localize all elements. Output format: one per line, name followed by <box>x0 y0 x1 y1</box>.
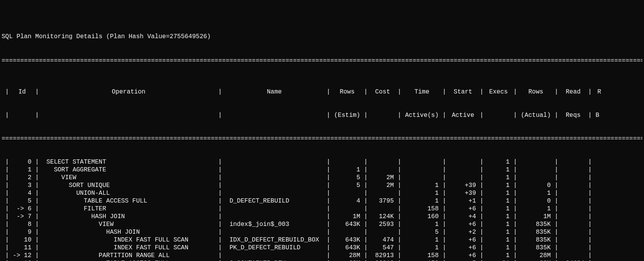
cell-read-reqs <box>562 236 584 244</box>
cell-name <box>226 174 323 182</box>
cell-name: C_CONTAINER_DEV <box>226 259 323 261</box>
cell-start-active <box>450 158 476 166</box>
cell-rows-estim: 643K <box>334 236 360 244</box>
cell-rows-actual: 835K <box>521 220 551 228</box>
cell-rows-estim: 28M <box>334 259 360 261</box>
cell-operation: TABLE ACCESS FULL <box>43 197 215 205</box>
cell-read-bytes <box>596 236 603 244</box>
cell-rows-actual: 28M <box>521 252 551 259</box>
col-read-reqs: Read <box>562 88 584 96</box>
cell-name: D_DEFECT_REBUILD <box>226 197 323 205</box>
cell-operation: INDEX FAST FULL SCAN <box>43 236 215 244</box>
cell-read-bytes <box>596 166 603 174</box>
cell-id: -> 12 <box>13 252 32 259</box>
cell-time-active: 1 <box>405 197 439 205</box>
cell-rows-actual <box>521 174 551 182</box>
cell-rows-estim <box>334 189 360 197</box>
cell-name <box>226 158 323 166</box>
cell-start-active: +6 <box>450 244 476 252</box>
cell-rows-estim: 643K <box>334 220 360 228</box>
table-row: |10| INDEX FAST FULL SCAN| IDX_D_DEFECT_… <box>2 236 642 244</box>
cell-cost: 82913 <box>372 259 394 261</box>
cell-name: IDX_D_DEFECT_REBUILD_BOX <box>226 236 323 244</box>
divider-top: ========================================… <box>2 57 642 65</box>
cell-rows-actual <box>521 158 551 166</box>
plan-rows: |0| SELECT STATEMENT||||||1||||1| SORT A… <box>2 158 642 261</box>
table-row: |1| SORT AGGREGATE||1||||1||| <box>2 166 642 174</box>
cell-name <box>226 189 323 197</box>
cell-rows-estim: 5 <box>334 174 360 182</box>
table-row: |-> 7| HASH JOIN||1M|124K|160|+4|1|1M|| <box>2 213 642 220</box>
cell-name <box>226 213 323 220</box>
cell-id: 8 <box>13 220 32 228</box>
cell-time-active: 1 <box>405 236 439 244</box>
cell-id: 11 <box>13 244 32 252</box>
cell-operation: PARTITION RANGE ALL <box>43 252 215 259</box>
cell-cost <box>372 189 394 197</box>
cell-name <box>226 252 323 259</box>
cell-operation: FILTER <box>43 205 215 213</box>
cell-read-bytes <box>596 244 603 252</box>
cell-cost: 2M <box>372 174 394 182</box>
cell-read-bytes <box>596 174 603 182</box>
table-row: |8| VIEW| index$_join$_003|643K|2593|1|+… <box>2 220 642 228</box>
header-row-2: ||||(Estim)||Active(s)|Active||(Actual)|… <box>2 111 642 119</box>
table-row: |-> 13| TABLE ACCESS FULL| C_CONTAINER_D… <box>2 259 642 261</box>
cell-read-reqs <box>562 182 584 189</box>
cell-read-reqs <box>562 205 584 213</box>
cell-read-bytes <box>596 189 603 197</box>
cell-id: 0 <box>13 158 32 166</box>
col-start-active: Start <box>450 88 476 96</box>
cell-rows-estim: 4 <box>334 197 360 205</box>
cell-read-reqs <box>562 189 584 197</box>
cell-execs: 1 <box>487 189 510 197</box>
cell-read-reqs <box>562 220 584 228</box>
cell-name <box>226 205 323 213</box>
cell-id: 4 <box>13 189 32 197</box>
cell-execs: 91 <box>487 259 510 261</box>
cell-rows-actual <box>521 166 551 174</box>
cell-execs: 1 <box>487 236 510 244</box>
cell-rows-estim: 28M <box>334 252 360 259</box>
cell-operation: VIEW <box>43 174 215 182</box>
cell-time-active <box>405 166 439 174</box>
cell-cost: 2593 <box>372 220 394 228</box>
cell-execs: 1 <box>487 158 510 166</box>
cell-time-active <box>405 158 439 166</box>
cell-start-active: +6 <box>450 252 476 259</box>
cell-start-active: +39 <box>450 182 476 189</box>
cell-start-active: +39 <box>450 189 476 197</box>
cell-execs: 1 <box>487 197 510 205</box>
cell-start-active: +4 <box>450 213 476 220</box>
cell-cost: 474 <box>372 236 394 244</box>
cell-time-active: 5 <box>405 228 439 236</box>
cell-read-bytes <box>596 252 603 259</box>
cell-name <box>226 228 323 236</box>
cell-rows-actual: 1M <box>521 213 551 220</box>
cell-name <box>226 182 323 189</box>
cell-read-bytes <box>596 158 603 166</box>
cell-execs: 1 <box>487 244 510 252</box>
cell-execs: 1 <box>487 166 510 174</box>
cell-execs: 1 <box>487 213 510 220</box>
cell-operation: HASH JOIN <box>43 213 215 220</box>
cell-id: 5 <box>13 197 32 205</box>
cell-operation: VIEW <box>43 220 215 228</box>
cell-cost <box>372 228 394 236</box>
cell-rows-actual: 835K <box>521 228 551 236</box>
table-row: |4| UNION-ALL||||1|+39|1|1|| <box>2 189 642 197</box>
cell-time-active: 158 <box>405 205 439 213</box>
cell-cost: 3795 <box>372 197 394 205</box>
cell-time-active: 160 <box>405 213 439 220</box>
cell-start-active <box>450 174 476 182</box>
col-execs: Execs <box>487 88 510 96</box>
cell-name <box>226 166 323 174</box>
table-row: |-> 12| PARTITION RANGE ALL||28M|82913|1… <box>2 252 642 259</box>
cell-name: index$_join$_003 <box>226 220 323 228</box>
cell-read-bytes <box>596 259 603 261</box>
cell-start-active: +6 <box>450 205 476 213</box>
cell-read-bytes <box>596 213 603 220</box>
header-row-1: |Id|Operation|Name|Rows|Cost|Time|Start|… <box>2 88 642 96</box>
cell-operation: UNION-ALL <box>43 189 215 197</box>
cell-time-active: 1 <box>405 189 439 197</box>
